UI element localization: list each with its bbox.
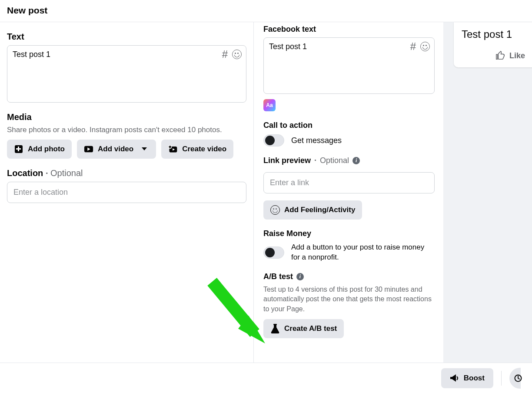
boost-button[interactable]: Boost xyxy=(441,368,493,388)
chevron-down-icon xyxy=(140,144,149,154)
abtest-desc: Test up to 4 versions of this post for 3… xyxy=(263,285,435,314)
media-section-label: Media xyxy=(7,112,246,122)
page-header: New post xyxy=(0,0,532,22)
preview-like-button[interactable]: Like xyxy=(462,51,532,60)
cta-toggle[interactable] xyxy=(263,134,284,147)
create-abtest-button[interactable]: Create A/B test xyxy=(263,319,344,338)
raise-money-desc: Add a button to your post to raise money… xyxy=(291,243,435,263)
hashtag-icon[interactable]: # xyxy=(222,48,228,60)
post-preview-card: Test post 1 Like xyxy=(454,22,532,67)
add-photo-label: Add photo xyxy=(28,145,65,153)
create-video-button[interactable]: Create video xyxy=(161,140,233,159)
svg-rect-2 xyxy=(16,148,21,150)
flask-icon xyxy=(270,324,280,333)
post-text-input[interactable]: Test post 1 # xyxy=(7,45,246,103)
footer-cutoff-button[interactable] xyxy=(509,368,521,389)
add-photo-button[interactable]: Add photo xyxy=(7,140,72,159)
megaphone-icon xyxy=(450,373,459,383)
preview-text: Test post 1 xyxy=(462,28,532,40)
emoji-icon[interactable] xyxy=(232,50,242,59)
abtest-label-row: A/B test i xyxy=(263,272,435,281)
link-input[interactable] xyxy=(263,172,435,193)
fb-text-value: Test post 1 xyxy=(269,42,307,51)
fb-text-label: Facebook text xyxy=(263,25,435,34)
video-icon xyxy=(84,144,93,154)
preview-column: Test post 1 Like xyxy=(443,22,532,363)
like-icon xyxy=(495,51,505,60)
add-feeling-button[interactable]: Add Feeling/Activity xyxy=(263,200,362,220)
add-video-label: Add video xyxy=(98,145,133,153)
raise-money-toggle[interactable] xyxy=(263,246,284,259)
footer-divider xyxy=(501,371,502,386)
cta-value: Get messages xyxy=(291,136,342,145)
media-section-sublabel: Share photos or a video. Instagram posts… xyxy=(7,126,246,134)
middle-column: Facebook text Test post 1 # Aa Call to a… xyxy=(254,22,443,363)
info-icon[interactable]: i xyxy=(352,157,360,164)
text-background-button[interactable]: Aa xyxy=(263,99,276,111)
location-section-label: Location · Optional xyxy=(7,168,246,178)
location-input[interactable] xyxy=(7,182,246,203)
info-icon[interactable]: i xyxy=(296,273,304,280)
link-preview-label: Link preview · Optional i xyxy=(263,156,435,165)
clock-icon xyxy=(514,374,522,382)
text-section-label: Text xyxy=(7,32,246,42)
cta-label: Call to action xyxy=(263,121,435,130)
raise-money-label: Raise Money xyxy=(263,229,435,238)
feeling-icon xyxy=(270,205,280,215)
add-video-button[interactable]: Add video xyxy=(77,140,156,159)
create-video-label: Create video xyxy=(182,145,226,153)
add-feeling-label: Add Feeling/Activity xyxy=(284,206,355,214)
svg-rect-7 xyxy=(169,147,171,147)
page-title: New post xyxy=(7,5,525,16)
hashtag-icon[interactable]: # xyxy=(410,40,416,53)
post-text-value: Test post 1 xyxy=(13,50,50,59)
create-abtest-label: Create A/B test xyxy=(284,324,337,333)
fb-text-input[interactable]: Test post 1 # xyxy=(263,37,435,94)
like-label: Like xyxy=(509,51,525,60)
location-optional-label: Optional xyxy=(50,168,83,178)
photo-plus-icon xyxy=(14,144,23,154)
video-plus-icon xyxy=(168,144,178,154)
emoji-icon[interactable] xyxy=(420,42,430,51)
annotation-arrow xyxy=(199,277,269,351)
svg-rect-8 xyxy=(273,324,277,325)
boost-label: Boost xyxy=(464,374,485,383)
footer-bar: Boost xyxy=(0,363,532,393)
